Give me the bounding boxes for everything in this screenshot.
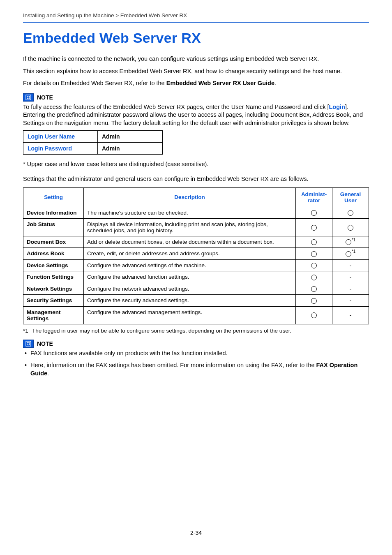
- footnote-1-idx: *1: [23, 328, 32, 334]
- circle-icon: [311, 298, 317, 304]
- note-2-header: NOTE: [23, 340, 369, 348]
- dash-icon: -: [350, 312, 352, 318]
- setting-name: Function Settings: [23, 271, 84, 283]
- mark-cell: -: [332, 295, 369, 306]
- setting-description: Configure the security advanced settings…: [84, 295, 296, 306]
- mark-cell: -: [332, 283, 369, 294]
- setting-name: Management Settings: [23, 306, 84, 324]
- dash-icon: -: [350, 274, 352, 280]
- dash-icon: -: [350, 262, 352, 268]
- table-row: Login User NameAdmin: [23, 131, 163, 143]
- mark-cell: *1: [332, 236, 369, 247]
- note-icon: [23, 93, 34, 102]
- note-icon: [23, 340, 34, 348]
- breadcrumb: Installing and Setting up the Machine > …: [23, 12, 369, 22]
- setting-name: Device Information: [23, 207, 84, 218]
- svg-rect-0: [26, 95, 31, 100]
- note-2-label: NOTE: [37, 340, 53, 347]
- divider: [23, 22, 369, 23]
- mark-cell: -: [332, 306, 369, 324]
- th-general: General User: [332, 187, 369, 207]
- circle-icon: [311, 225, 317, 231]
- intro-p3: For details on Embedded Web Server RX, r…: [23, 79, 369, 88]
- circle-icon: [311, 286, 317, 292]
- table-row: Device SettingsConfigure the advanced se…: [23, 259, 369, 271]
- setting-name: Network Settings: [23, 283, 84, 294]
- svg-point-1: [27, 96, 30, 99]
- login-link[interactable]: Login: [329, 104, 345, 110]
- circle-icon: [348, 225, 353, 231]
- circle-icon: [311, 312, 317, 318]
- login-table: Login User NameAdminLogin PasswordAdmin: [23, 130, 163, 155]
- setting-description: Configure the network advanced settings.: [84, 283, 296, 294]
- table-row: Address BookCreate, edit, or delete addr…: [23, 248, 369, 259]
- list-item: Here, information on the FAX settings ha…: [30, 361, 369, 377]
- table-row: Document BoxAdd or delete document boxes…: [23, 236, 369, 247]
- th-setting: Setting: [23, 187, 84, 207]
- circle-icon: [311, 210, 317, 216]
- circle-icon: [348, 210, 353, 216]
- login-value: Admin: [98, 143, 163, 155]
- setting-name: Job Status: [23, 218, 84, 236]
- circle-icon: [311, 275, 317, 280]
- circle-icon: [346, 251, 351, 257]
- table-row: Device InformationThe machine's structur…: [23, 207, 369, 218]
- setting-description: Displays all device information, includi…: [84, 218, 296, 236]
- setting-description: Configure the advanced management settin…: [84, 306, 296, 324]
- table-row: Network SettingsConfigure the network ad…: [23, 283, 369, 294]
- mark-cell: *1: [332, 248, 369, 259]
- login-label: Login User Name: [23, 131, 98, 143]
- mark-cell: [296, 306, 332, 324]
- mark-cell: [296, 218, 332, 236]
- mark-cell: [332, 218, 369, 236]
- th-description: Description: [84, 187, 296, 207]
- case-note: * Upper case and lower case letters are …: [23, 160, 369, 169]
- mark-cell: [296, 295, 332, 306]
- th-admin: Administ-rator: [296, 187, 332, 207]
- table-row: Security SettingsConfigure the security …: [23, 295, 369, 306]
- mark-cell: [296, 259, 332, 271]
- note-1-body: To fully access the features of the Embe…: [23, 103, 369, 127]
- footnote-ref: *1: [352, 249, 355, 254]
- setting-description: Configure the advanced settings of the m…: [84, 259, 296, 271]
- mark-cell: [332, 207, 369, 218]
- circle-icon: [311, 263, 317, 268]
- setting-name: Address Book: [23, 248, 84, 259]
- circle-icon: [346, 239, 351, 245]
- intro-p1: If the machine is connected to the netwo…: [23, 55, 369, 63]
- svg-rect-2: [26, 341, 31, 346]
- note-1-label: NOTE: [37, 94, 53, 101]
- mark-cell: [296, 248, 332, 259]
- setting-name: Document Box: [23, 236, 84, 247]
- intro-p3-bold: Embedded Web Server RX User Guide: [166, 80, 274, 86]
- page-title: Embedded Web Server RX: [23, 30, 369, 46]
- setting-name: Security Settings: [23, 295, 84, 306]
- table-row: Login PasswordAdmin: [23, 143, 163, 155]
- setting-description: The machine's structure can be checked.: [84, 207, 296, 218]
- table-row: Management SettingsConfigure the advance…: [23, 306, 369, 324]
- intro-p2: This section explains how to access Embe…: [23, 67, 369, 76]
- footnote-1-text: The logged in user may not be able to co…: [32, 328, 291, 334]
- setting-description: Add or delete document boxes, or delete …: [84, 236, 296, 247]
- circle-icon: [311, 251, 317, 257]
- setting-name: Device Settings: [23, 259, 84, 271]
- settings-table: Setting Description Administ-rator Gener…: [23, 187, 369, 324]
- setting-description: Configure the advanced function settings…: [84, 271, 296, 283]
- intro-p3-prefix: For details on Embedded Web Server RX, r…: [23, 80, 166, 86]
- mark-cell: [296, 236, 332, 247]
- login-label: Login Password: [23, 143, 98, 155]
- footnote-ref: *1: [352, 238, 355, 242]
- list-item: FAX functions are available only on prod…: [30, 349, 369, 358]
- mark-cell: [296, 207, 332, 218]
- table-row: Function SettingsConfigure the advanced …: [23, 271, 369, 283]
- dash-icon: -: [350, 297, 352, 303]
- note-1-header: NOTE: [23, 93, 369, 102]
- login-value: Admin: [98, 131, 163, 143]
- circle-icon: [311, 239, 317, 245]
- page-number: 2-34: [0, 530, 392, 536]
- mark-cell: -: [332, 259, 369, 271]
- note-2-list: FAX functions are available only on prod…: [23, 349, 369, 378]
- intro-p3-suffix: .: [274, 80, 276, 86]
- mark-cell: -: [332, 271, 369, 283]
- mark-cell: [296, 271, 332, 283]
